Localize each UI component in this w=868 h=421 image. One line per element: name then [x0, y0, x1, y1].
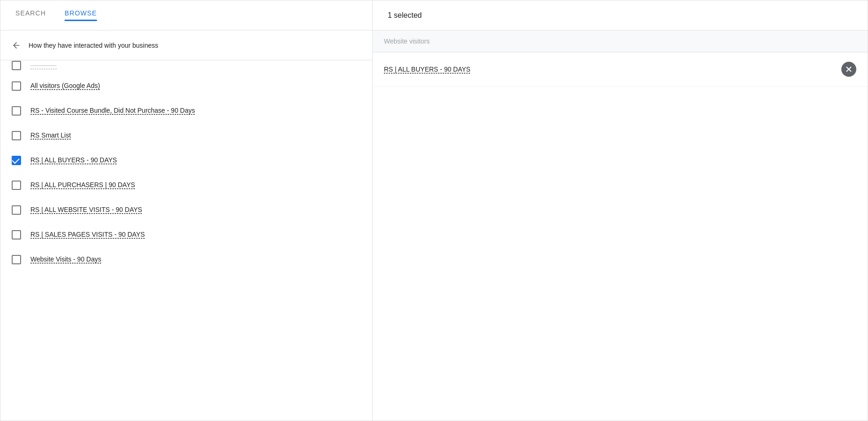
selected-item-row: RS | ALL BUYERS - 90 DAYS — [373, 52, 868, 87]
checkbox-item-5[interactable] — [12, 181, 21, 190]
left-panel: SEARCH BROWSE How they have interacted w… — [0, 0, 373, 421]
right-header: 1 selected — [373, 0, 868, 30]
item-label-3: RS Smart List — [30, 131, 71, 140]
checkbox-item-4[interactable] — [12, 156, 21, 165]
remove-item-button[interactable] — [841, 62, 856, 77]
list-area[interactable]: ———— All visitors (Google Ads) RS - Visi… — [0, 60, 372, 421]
list-item[interactable]: RS Smart List — [0, 123, 372, 148]
tab-browse[interactable]: BROWSE — [65, 9, 97, 21]
checkbox-item-6[interactable] — [12, 205, 21, 215]
checkbox-item-3[interactable] — [12, 131, 21, 140]
list-item[interactable]: Website Visits - 90 Days — [0, 247, 372, 272]
list-item[interactable]: All visitors (Google Ads) — [0, 73, 372, 98]
tabs-row: SEARCH BROWSE — [0, 0, 372, 30]
back-arrow-icon[interactable] — [12, 41, 21, 50]
item-label-6: RS | ALL WEBSITE VISITS - 90 DAYS — [30, 205, 142, 215]
list-item[interactable]: RS - Visited Course Bundle, Did Not Purc… — [0, 98, 372, 123]
item-label-1: All visitors (Google Ads) — [30, 81, 100, 91]
list-item[interactable]: RS | ALL WEBSITE VISITS - 90 DAYS — [0, 197, 372, 222]
item-label-2: RS - Visited Course Bundle, Did Not Purc… — [30, 106, 195, 116]
list-item[interactable]: RS | ALL PURCHASERS | 90 DAYS — [0, 173, 372, 197]
back-row: How they have interacted with your busin… — [0, 30, 372, 60]
item-label-5: RS | ALL PURCHASERS | 90 DAYS — [30, 180, 135, 190]
list-item[interactable]: RS | SALES PAGES VISITS - 90 DAYS — [0, 222, 372, 247]
item-label-7: RS | SALES PAGES VISITS - 90 DAYS — [30, 230, 145, 240]
checkbox-item-7[interactable] — [12, 230, 21, 240]
right-panel: 1 selected Website visitors RS | ALL BUY… — [373, 0, 868, 421]
checkbox-item-1[interactable] — [12, 81, 21, 91]
back-label: How they have interacted with your busin… — [29, 42, 158, 49]
item-label-8: Website Visits - 90 Days — [30, 254, 101, 264]
right-section-header: Website visitors — [373, 30, 868, 52]
checkbox-item-8[interactable] — [12, 255, 21, 264]
tab-search[interactable]: SEARCH — [15, 9, 46, 21]
selected-count: 1 selected — [388, 11, 422, 20]
right-section-title: Website visitors — [384, 37, 430, 45]
item-label-partial: ———— — [30, 60, 57, 70]
list-item[interactable]: RS | ALL BUYERS - 90 DAYS — [0, 148, 372, 173]
list-item[interactable]: ———— — [0, 60, 372, 73]
checkbox-partial[interactable] — [12, 61, 21, 70]
checkbox-item-2[interactable] — [12, 106, 21, 116]
selected-item-label: RS | ALL BUYERS - 90 DAYS — [384, 65, 471, 73]
item-label-4: RS | ALL BUYERS - 90 DAYS — [30, 155, 117, 165]
